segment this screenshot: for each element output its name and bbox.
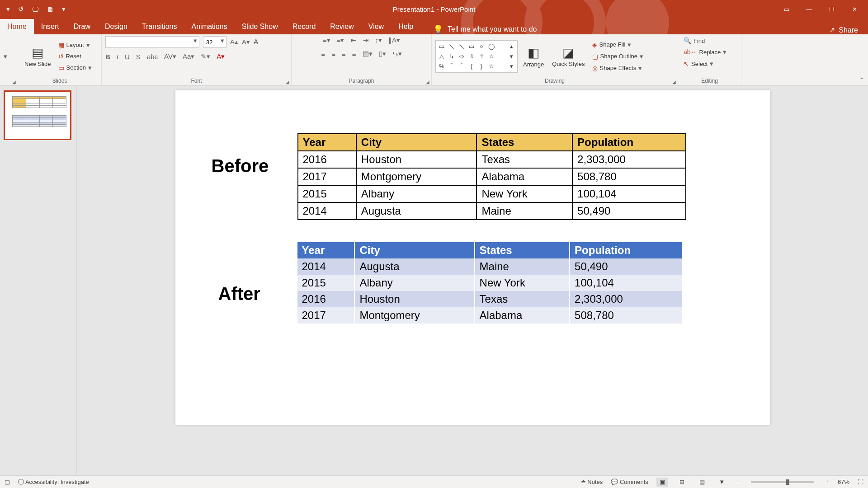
tell-me-search[interactable]: 💡 Tell me what you want to do bbox=[433, 24, 537, 34]
share-button[interactable]: ↗ Share bbox=[829, 26, 868, 34]
align-text-icon[interactable]: ▯▾ bbox=[379, 50, 386, 58]
before-table[interactable]: YearCityStatesPopulation 2016HoustonTexa… bbox=[297, 133, 686, 220]
paste-icon[interactable]: ▾ bbox=[4, 52, 7, 61]
decrease-indent-icon[interactable]: ⇤ bbox=[351, 36, 357, 44]
normal-view-icon[interactable]: ▣ bbox=[656, 478, 668, 487]
undo-icon[interactable]: ↺ bbox=[18, 5, 24, 13]
tab-slideshow[interactable]: Slide Show bbox=[235, 19, 285, 34]
tab-record[interactable]: Record bbox=[285, 19, 323, 34]
autosave-dropdown-icon[interactable]: ▾ bbox=[6, 5, 10, 13]
restore-button[interactable]: ❐ bbox=[828, 6, 835, 13]
sorter-view-icon[interactable]: ⊞ bbox=[676, 478, 688, 487]
shape-fill-button[interactable]: ◈Shape Fill▾ bbox=[590, 40, 645, 50]
tab-transitions[interactable]: Transitions bbox=[135, 19, 184, 34]
quick-styles-button[interactable]: ◪ Quick Styles bbox=[549, 44, 587, 68]
zoom-out-icon[interactable]: − bbox=[736, 479, 740, 485]
tab-draw[interactable]: Draw bbox=[66, 19, 98, 34]
clipboard-dialog-launcher-icon[interactable]: ◢ bbox=[12, 80, 16, 84]
zoom-level[interactable]: 67% bbox=[838, 479, 849, 485]
shape-effects-button[interactable]: ◎Shape Effects▾ bbox=[590, 63, 645, 73]
table-row[interactable]: 2016HoustonTexas2,303,000 bbox=[297, 291, 682, 307]
smartart-icon[interactable]: ⇆▾ bbox=[392, 50, 402, 58]
group-slides: ▤ New Slide ▦Layout▾ ↺Reset ▭Section▾ Sl… bbox=[18, 34, 102, 85]
notes-button[interactable]: ≐ Notes bbox=[581, 479, 603, 485]
bullets-icon[interactable]: ≡▾ bbox=[323, 36, 330, 44]
table-row[interactable]: 2017MontgomeryAlabama508,780 bbox=[297, 307, 682, 324]
replace-button[interactable]: ab↔Replace▾ bbox=[682, 47, 728, 57]
italic-icon[interactable]: I bbox=[117, 53, 118, 61]
bold-icon[interactable]: B bbox=[105, 53, 110, 61]
slide-thumbnail-1[interactable] bbox=[4, 90, 71, 140]
text-direction-icon[interactable]: ‖A▾ bbox=[388, 36, 400, 44]
close-button[interactable]: ✕ bbox=[851, 6, 858, 13]
table-row[interactable]: 2016HoustonTexas2,303,000 bbox=[298, 151, 686, 168]
table-row[interactable]: 2017MontgomeryAlabama508,780 bbox=[298, 168, 686, 185]
decrease-font-icon[interactable]: A▾ bbox=[242, 38, 250, 46]
font-dialog-launcher-icon[interactable]: ◢ bbox=[286, 80, 289, 84]
shape-outline-button[interactable]: ▢Shape Outline▾ bbox=[590, 52, 645, 61]
font-name-input[interactable] bbox=[106, 37, 192, 47]
comments-button[interactable]: 💬 Comments bbox=[611, 479, 648, 485]
char-spacing-icon[interactable]: AV▾ bbox=[164, 52, 176, 61]
slideshow-view-icon[interactable]: ▼ bbox=[716, 478, 728, 487]
columns-icon[interactable]: ▤▾ bbox=[363, 50, 373, 58]
align-center-icon[interactable]: ≡ bbox=[331, 50, 335, 58]
align-right-icon[interactable]: ≡ bbox=[342, 50, 346, 58]
new-slide-button[interactable]: ▤ New Slide bbox=[22, 44, 54, 68]
table-row[interactable]: 2015AlbanyNew York100,104 bbox=[298, 185, 686, 202]
fit-to-window-icon[interactable]: ⛶ bbox=[858, 479, 863, 485]
highlight-icon[interactable]: ✎▾ bbox=[201, 52, 210, 61]
table-cell: Albany bbox=[354, 275, 474, 291]
table-row[interactable]: 2015AlbanyNew York100,104 bbox=[297, 275, 682, 291]
clear-formatting-icon[interactable]: A̶ bbox=[254, 38, 258, 46]
shapes-gallery[interactable]: ▭＼＼▭○◯▴ △↳⇨⇩⇧☆▾ %⌒⌒{}☆▾ bbox=[435, 40, 518, 73]
tab-animations[interactable]: Animations bbox=[184, 19, 235, 34]
slide[interactable]: Before After YearCityStatesPopulation 20… bbox=[175, 90, 770, 425]
find-button[interactable]: 🔍Find bbox=[682, 36, 707, 45]
increase-font-icon[interactable]: A▴ bbox=[230, 38, 238, 46]
zoom-in-icon[interactable]: + bbox=[826, 479, 830, 485]
strikethrough-icon[interactable]: abc bbox=[147, 53, 158, 61]
select-button[interactable]: ↖Select▾ bbox=[682, 59, 715, 69]
shadow-icon[interactable]: S bbox=[136, 53, 141, 61]
arrange-button[interactable]: ◧ Arrange bbox=[520, 44, 547, 69]
table-row[interactable]: 2014AugustaMaine50,490 bbox=[298, 202, 686, 220]
justify-icon[interactable]: ≡ bbox=[352, 50, 356, 58]
font-color-icon[interactable]: A▾ bbox=[217, 52, 225, 61]
increase-indent-icon[interactable]: ⇥ bbox=[363, 36, 369, 44]
after-table[interactable]: YearCityStatesPopulation 2014AugustaMain… bbox=[297, 242, 682, 324]
layout-button[interactable]: ▦Layout▾ bbox=[57, 40, 94, 50]
new-file-icon[interactable]: 🗎 bbox=[47, 5, 54, 13]
section-button[interactable]: ▭Section▾ bbox=[57, 63, 94, 73]
slide-canvas[interactable]: Before After YearCityStatesPopulation 20… bbox=[77, 86, 868, 475]
tab-view[interactable]: View bbox=[361, 19, 391, 34]
table-header: States bbox=[476, 134, 572, 151]
table-cell: 100,104 bbox=[570, 275, 681, 291]
tab-home[interactable]: Home bbox=[0, 19, 34, 34]
font-size-input[interactable] bbox=[203, 37, 219, 47]
slide-thumbnail-panel[interactable] bbox=[0, 86, 77, 475]
tab-insert[interactable]: Insert bbox=[34, 19, 66, 34]
line-spacing-icon[interactable]: ↕▾ bbox=[375, 36, 382, 44]
status-settings-icon[interactable]: ▢ bbox=[5, 479, 10, 485]
qat-customize-icon[interactable]: ▾ bbox=[62, 5, 66, 13]
collapse-ribbon-icon[interactable]: ⌃ bbox=[859, 76, 864, 84]
tab-review[interactable]: Review bbox=[323, 19, 361, 34]
ribbon-display-options-icon[interactable]: ▭ bbox=[783, 6, 790, 13]
table-row[interactable]: 2014AugustaMaine50,490 bbox=[297, 258, 682, 275]
reading-view-icon[interactable]: ▤ bbox=[696, 478, 708, 487]
numbering-icon[interactable]: ≡▾ bbox=[337, 36, 344, 44]
align-left-icon[interactable]: ≡ bbox=[321, 50, 325, 58]
change-case-icon[interactable]: Aa▾ bbox=[183, 52, 194, 61]
accessibility-button[interactable]: ⓘ Accessibility: Investigate bbox=[18, 478, 89, 486]
zoom-slider[interactable] bbox=[751, 481, 814, 483]
select-icon: ↖ bbox=[684, 60, 689, 67]
paragraph-dialog-launcher-icon[interactable]: ◢ bbox=[426, 80, 429, 84]
reset-button[interactable]: ↺Reset bbox=[57, 52, 94, 61]
present-icon[interactable]: 🖵 bbox=[32, 5, 39, 13]
tab-help[interactable]: Help bbox=[391, 19, 420, 34]
tab-design[interactable]: Design bbox=[98, 19, 135, 34]
drawing-dialog-launcher-icon[interactable]: ◢ bbox=[672, 80, 676, 84]
minimize-button[interactable]: — bbox=[806, 6, 813, 13]
underline-icon[interactable]: U bbox=[125, 53, 130, 61]
